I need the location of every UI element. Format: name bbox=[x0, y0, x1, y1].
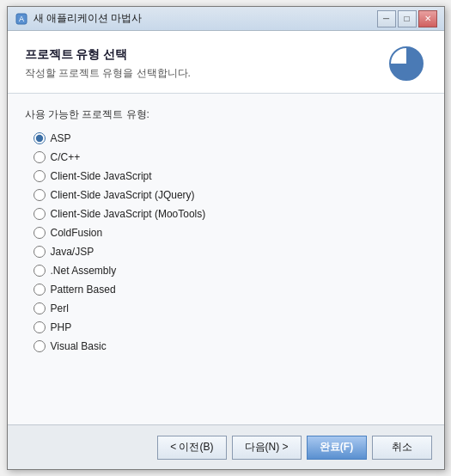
list-item[interactable]: Client-Side JavaScript bbox=[34, 168, 427, 184]
radio-label-cpp: C/C++ bbox=[51, 151, 81, 163]
list-item[interactable]: ColdFusion bbox=[34, 225, 427, 241]
header-title: 프로젝트 유형 선택 bbox=[25, 47, 386, 63]
radio-label-java: Java/JSP bbox=[51, 246, 94, 258]
radio-input-asp[interactable] bbox=[34, 132, 46, 144]
radio-input-cpp[interactable] bbox=[34, 151, 46, 163]
header-icon bbox=[386, 43, 427, 84]
radio-input-netasm[interactable] bbox=[34, 265, 46, 277]
list-item[interactable]: Pattern Based bbox=[34, 282, 427, 297]
title-bar: A 새 애플리케이션 마법사 ─ □ ✕ bbox=[8, 7, 444, 31]
maximize-button[interactable]: □ bbox=[398, 10, 417, 27]
window-title: 새 애플리케이션 마법사 bbox=[34, 11, 377, 26]
list-item[interactable]: Visual Basic bbox=[34, 339, 427, 354]
svg-text:A: A bbox=[18, 15, 23, 23]
minimize-button[interactable]: ─ bbox=[377, 10, 396, 27]
close-button[interactable]: ✕ bbox=[418, 10, 437, 27]
radio-input-php[interactable] bbox=[34, 321, 46, 333]
radio-label-cf: ColdFusion bbox=[51, 227, 103, 239]
project-type-list: ASPC/C++Client-Side JavaScriptClient-Sid… bbox=[34, 131, 427, 354]
radio-input-vb[interactable] bbox=[34, 340, 46, 352]
cancel-button[interactable]: 취소 bbox=[372, 436, 432, 460]
footer: < 이전(B) 다음(N) > 완료(F) 취소 bbox=[8, 424, 444, 469]
list-item[interactable]: Client-Side JavaScript (JQuery) bbox=[34, 187, 427, 203]
prev-button[interactable]: < 이전(B) bbox=[157, 436, 226, 460]
radio-label-csjs: Client-Side JavaScript bbox=[51, 170, 152, 182]
header-subtitle: 작성할 프로젝트 유형을 선택합니다. bbox=[25, 66, 386, 81]
radio-label-php: PHP bbox=[51, 321, 72, 333]
radio-input-csjs[interactable] bbox=[34, 170, 46, 182]
header-text: 프로젝트 유형 선택 작성할 프로젝트 유형을 선택합니다. bbox=[25, 47, 386, 81]
app-icon: A bbox=[15, 12, 28, 26]
radio-input-pattern[interactable] bbox=[34, 284, 46, 296]
list-item[interactable]: C/C++ bbox=[34, 150, 427, 165]
list-item[interactable]: PHP bbox=[34, 320, 427, 335]
radio-label-asp: ASP bbox=[51, 132, 71, 144]
radio-input-csjsmt[interactable] bbox=[34, 208, 46, 220]
section-label: 사용 가능한 프로젝트 유형: bbox=[25, 107, 427, 122]
finish-button[interactable]: 완료(F) bbox=[307, 436, 367, 460]
radio-label-vb: Visual Basic bbox=[51, 340, 107, 352]
next-button[interactable]: 다음(N) > bbox=[232, 436, 302, 460]
window-controls: ─ □ ✕ bbox=[377, 10, 437, 27]
list-item[interactable]: Perl bbox=[34, 301, 427, 316]
pie-chart-icon bbox=[389, 46, 424, 81]
list-item[interactable]: Client-Side JavaScript (MooTools) bbox=[34, 206, 427, 222]
radio-label-pattern: Pattern Based bbox=[51, 284, 116, 296]
radio-input-cf[interactable] bbox=[34, 227, 46, 239]
list-item[interactable]: .Net Assembly bbox=[34, 263, 427, 278]
radio-label-netasm: .Net Assembly bbox=[51, 265, 117, 277]
radio-label-perl: Perl bbox=[51, 302, 69, 314]
radio-input-java[interactable] bbox=[34, 246, 46, 258]
list-item[interactable]: Java/JSP bbox=[34, 244, 427, 259]
radio-input-perl[interactable] bbox=[34, 302, 46, 314]
main-window: A 새 애플리케이션 마법사 ─ □ ✕ 프로젝트 유형 선택 작성할 프로젝트… bbox=[7, 6, 445, 470]
header: 프로젝트 유형 선택 작성할 프로젝트 유형을 선택합니다. bbox=[8, 31, 444, 94]
radio-label-csjsmt: Client-Side JavaScript (MooTools) bbox=[51, 208, 206, 220]
radio-label-csjsjq: Client-Side JavaScript (JQuery) bbox=[51, 189, 195, 201]
list-item[interactable]: ASP bbox=[34, 131, 427, 146]
radio-input-csjsjq[interactable] bbox=[34, 189, 46, 201]
content-area: 사용 가능한 프로젝트 유형: ASPC/C++Client-Side Java… bbox=[8, 94, 444, 424]
